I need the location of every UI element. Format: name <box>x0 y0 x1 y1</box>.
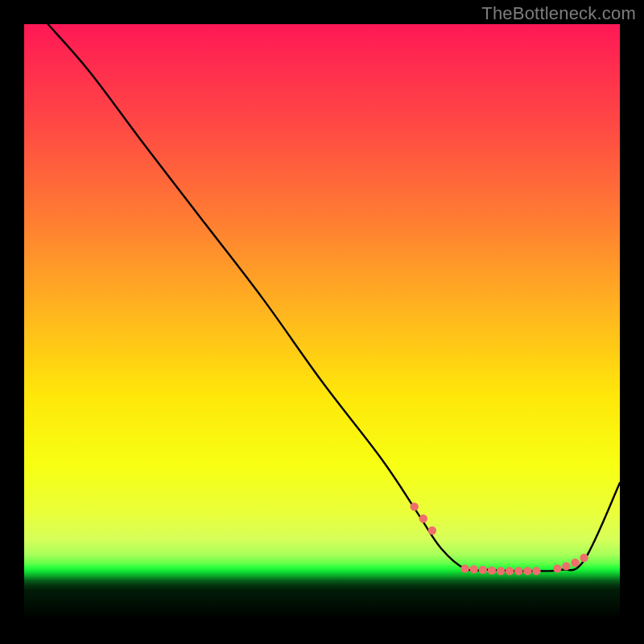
chart-frame: TheBottleneck.com <box>0 0 644 644</box>
plot-area <box>24 24 620 620</box>
watermark-text: TheBottleneck.com <box>481 3 636 24</box>
gradient-background <box>24 24 620 620</box>
